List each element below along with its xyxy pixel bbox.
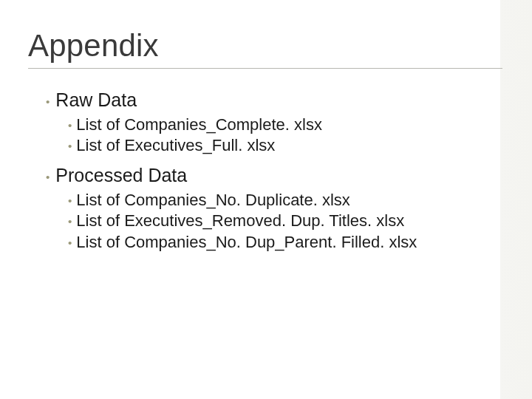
slide: Appendix •Raw Data •List of Companies_Co…	[0, 0, 532, 399]
bullet-list-lvl2: •List of Companies_No. Duplicate. xlsx •…	[68, 190, 532, 252]
bullet-icon: •	[68, 216, 72, 227]
list-item: •Raw Data •List of Companies_Complete. x…	[46, 88, 532, 156]
section-heading: Raw Data	[55, 89, 137, 110]
list-item: •List of Executives_Full. xlsx	[68, 135, 532, 156]
bullet-list-lvl1: •Raw Data •List of Companies_Complete. x…	[46, 88, 532, 253]
list-item: •Processed Data •List of Companies_No. D…	[46, 163, 532, 252]
bullet-icon: •	[46, 171, 50, 183]
title-rule	[28, 68, 502, 69]
bullet-icon: •	[68, 140, 72, 151]
item-text: List of Executives_Full. xlsx	[76, 136, 275, 154]
list-item: •List of Companies_Complete. xlsx	[68, 115, 532, 135]
item-text: List of Companies_No. Dup_Parent. Filled…	[76, 233, 417, 251]
bullet-icon: •	[68, 195, 72, 206]
list-item: •List of Executives_Removed. Dup. Titles…	[68, 211, 532, 231]
item-text: List of Companies_No. Duplicate. xlsx	[76, 191, 350, 209]
slide-title: Appendix	[28, 28, 532, 64]
section-heading: Processed Data	[55, 165, 187, 185]
item-text: List of Executives_Removed. Dup. Titles.…	[76, 211, 404, 230]
list-item: •List of Companies_No. Dup_Parent. Fille…	[68, 232, 532, 253]
list-item: •List of Companies_No. Duplicate. xlsx	[68, 190, 532, 211]
bullet-icon: •	[68, 120, 72, 131]
bullet-icon: •	[68, 237, 72, 248]
item-text: List of Companies_Complete. xlsx	[76, 115, 322, 134]
bullet-list-lvl2: •List of Companies_Complete. xlsx •List …	[68, 115, 532, 156]
bullet-icon: •	[46, 96, 50, 107]
